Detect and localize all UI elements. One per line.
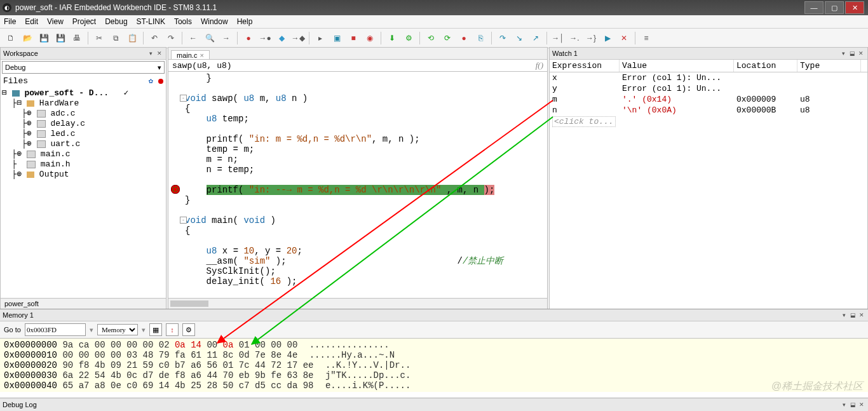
- code-editor-panel: main.c × sawp(u8, u8) f() } -void sawp( …: [168, 47, 548, 48]
- watch-panel: Watch 1 ▾ ⬓ ✕ ExpressionValueLocationTyp…: [549, 47, 868, 48]
- print-icon[interactable]: 🖶: [70, 31, 84, 45]
- toggle-bp-icon[interactable]: ◉: [363, 31, 377, 45]
- attach-icon[interactable]: ⎘: [473, 31, 487, 45]
- toolbar: 🗋 📂 💾 💾 🖶 ✂ ⧉ 📋 ↶ ↷ ← 🔍 → ● →● ◆ →◆ ▸ ▣ …: [0, 29, 868, 48]
- workspace-panel: Workspace ▾ ✕ Debug ▾ Files ✿ ⊟ power_so…: [0, 47, 166, 48]
- undo-icon[interactable]: ↶: [147, 31, 161, 45]
- menu-edit[interactable]: Edit: [25, 17, 38, 26]
- step-into-icon[interactable]: ↘: [512, 31, 526, 45]
- step-instr-icon[interactable]: →.: [567, 31, 581, 45]
- go-to-bp-icon[interactable]: →●: [258, 31, 272, 45]
- titlebar: ◐ power_soft - IAR Embedded Workbench ID…: [0, 0, 868, 15]
- workspace-header: Workspace ▾ ✕: [1, 48, 166, 48]
- watch-header: Watch 1 ▾ ⬓ ✕: [550, 48, 867, 48]
- menu-file[interactable]: File: [4, 17, 16, 26]
- step-over-icon[interactable]: ↷: [496, 31, 510, 45]
- bookmark-next-icon[interactable]: →◆: [291, 31, 305, 45]
- stop-icon[interactable]: ✕: [617, 31, 631, 45]
- menu-debug[interactable]: Debug: [105, 17, 127, 26]
- menu-project[interactable]: Project: [72, 17, 96, 26]
- menu-tools[interactable]: Tools: [174, 17, 192, 26]
- menu-help[interactable]: Help: [237, 17, 253, 26]
- menubar: FileEditViewProjectDebugST-LINKToolsWind…: [0, 15, 868, 29]
- copy-icon[interactable]: ⧉: [109, 31, 123, 45]
- stop-debug-icon[interactable]: ●: [457, 31, 471, 45]
- make-icon[interactable]: ▣: [330, 31, 344, 45]
- app-icon: ◐: [3, 3, 11, 12]
- window-maximize-button[interactable]: ▢: [825, 1, 844, 14]
- save-all-icon[interactable]: 💾: [53, 31, 67, 45]
- new-file-icon[interactable]: 🗋: [4, 31, 18, 45]
- window-minimize-button[interactable]: —: [804, 1, 824, 14]
- go-icon[interactable]: ▶: [600, 31, 614, 45]
- open-icon[interactable]: 📂: [20, 31, 34, 45]
- debug-config-icon[interactable]: ⚙: [402, 31, 416, 45]
- menu-window[interactable]: Window: [201, 17, 228, 26]
- paste-icon[interactable]: 📋: [125, 31, 139, 45]
- nav-back-icon[interactable]: ←: [186, 31, 200, 45]
- disasm-icon[interactable]: ≡: [639, 31, 653, 45]
- download-icon[interactable]: ⬇: [385, 31, 399, 45]
- save-icon[interactable]: 💾: [37, 31, 51, 45]
- redo-icon[interactable]: ↷: [164, 31, 178, 45]
- step-out-icon[interactable]: ↗: [529, 31, 543, 45]
- menu-st-link[interactable]: ST-LINK: [137, 17, 165, 26]
- break-icon[interactable]: ⟳: [440, 31, 454, 45]
- stop-build-icon[interactable]: ■: [346, 31, 360, 45]
- find-icon[interactable]: 🔍: [203, 31, 217, 45]
- title-text: power_soft - IAR Embedded Workbench IDE …: [15, 3, 217, 12]
- menu-view[interactable]: View: [47, 17, 64, 26]
- bookmark-icon[interactable]: ◆: [275, 31, 288, 45]
- window-close-button[interactable]: ✕: [845, 1, 864, 14]
- run-to-cursor-icon[interactable]: →│: [551, 31, 565, 45]
- next-statement-icon[interactable]: →}: [584, 31, 598, 45]
- cut-icon[interactable]: ✂: [92, 31, 106, 45]
- bp-toggle-icon[interactable]: ●: [241, 31, 255, 45]
- reset-icon[interactable]: ⟲: [424, 31, 438, 45]
- nav-fwd-icon[interactable]: →: [219, 31, 233, 45]
- compile-icon[interactable]: ▸: [313, 31, 327, 45]
